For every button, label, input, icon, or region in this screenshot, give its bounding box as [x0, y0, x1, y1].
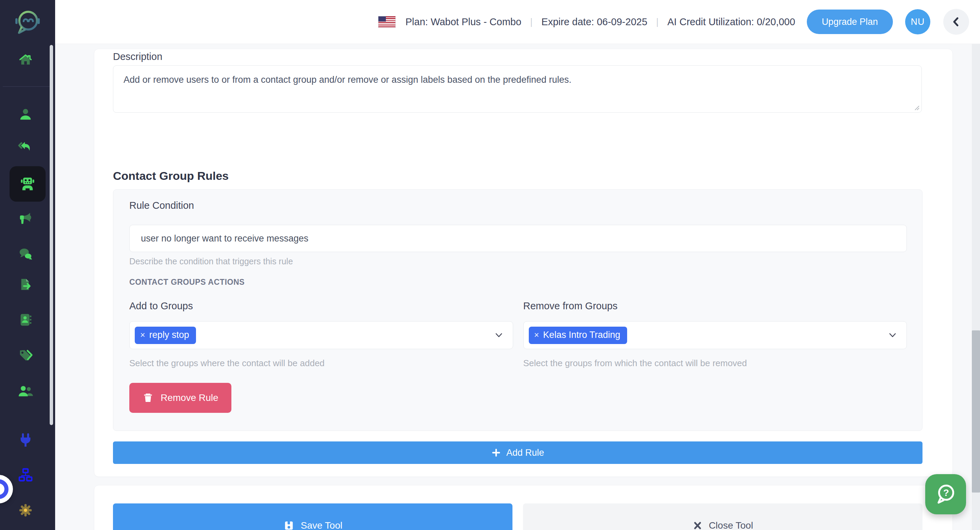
tool-form-card: Description Contact Group Rules Rule Con… — [94, 49, 953, 477]
conversations-icon — [18, 246, 33, 262]
remove-rule-label: Remove Rule — [161, 393, 218, 403]
floating-widget-ring — [0, 479, 8, 499]
trash-icon — [142, 392, 154, 404]
sidebar-item-labels[interactable] — [0, 340, 51, 371]
page-scrollbar-thumb[interactable] — [972, 330, 980, 493]
close-tool-button[interactable]: Close Tool — [523, 503, 923, 530]
save-tool-label: Save Tool — [301, 520, 342, 530]
header-separator: | — [656, 17, 659, 27]
description-textarea[interactable] — [113, 65, 922, 113]
section-title: Contact Group Rules — [113, 169, 229, 183]
sidebar-item-replies[interactable] — [0, 131, 51, 162]
add-rule-button[interactable]: Add Rule — [113, 441, 923, 464]
wabot-logo-icon — [13, 8, 42, 38]
chatbot-icon — [19, 175, 37, 193]
collapse-button[interactable] — [943, 9, 969, 35]
contact-icon — [18, 107, 33, 122]
remove-from-groups-label: Remove from Groups — [523, 300, 907, 312]
sidebar-scrollbar-thumb[interactable] — [50, 45, 53, 425]
add-rule-label: Add Rule — [506, 448, 544, 458]
reply-icon — [18, 139, 33, 155]
sidebar-item-integrations[interactable] — [0, 425, 51, 456]
expire-date-label: Expire date: 06-09-2025 — [541, 16, 647, 27]
tag-label: reply stop — [150, 330, 189, 340]
rule-condition-input[interactable] — [129, 225, 907, 252]
plan-label: Plan: Wabot Plus - Combo — [405, 16, 521, 27]
help-bubble-icon — [933, 482, 958, 507]
sidebar-item-contacts[interactable] — [0, 99, 51, 130]
sidebar-item-chatbot[interactable] — [10, 166, 46, 202]
chevron-down-icon — [888, 330, 898, 340]
save-icon — [283, 520, 295, 530]
app-logo[interactable] — [0, 4, 55, 42]
ai-credit-label: AI Credit Utilization: 0/20,000 — [667, 16, 795, 27]
add-to-groups-help: Select the groups where the contact will… — [129, 358, 513, 369]
groups-row: Add to Groups × reply stop Select the gr… — [129, 300, 907, 369]
sidebar-item-broadcast[interactable] — [0, 203, 51, 234]
sidebar-item-address-book[interactable] — [0, 305, 51, 335]
chevron-left-icon — [950, 16, 962, 28]
groups-icon — [18, 383, 33, 399]
integrations-icon — [18, 433, 33, 448]
add-to-groups-label: Add to Groups — [129, 300, 513, 312]
remove-from-groups-column: Remove from Groups × Kelas Intro Trading… — [523, 300, 907, 369]
close-tool-label: Close Tool — [709, 520, 753, 530]
broadcast-icon — [18, 211, 33, 226]
sidebar-item-export[interactable] — [0, 270, 51, 300]
close-icon — [692, 520, 703, 530]
add-to-groups-select[interactable]: × reply stop — [129, 321, 513, 349]
remove-from-groups-select[interactable]: × Kelas Intro Trading — [523, 321, 907, 349]
chevron-down-icon — [494, 330, 504, 340]
plus-icon — [492, 448, 501, 457]
rule-condition-label: Rule Condition — [129, 200, 194, 211]
footer-buttons-row: Save Tool Close Tool — [113, 503, 934, 530]
top-header: Plan: Wabot Plus - Combo | Expire date: … — [55, 0, 980, 44]
upgrade-plan-button[interactable]: Upgrade Plan — [807, 10, 893, 34]
app-window: Plan: Wabot Plus - Combo | Expire date: … — [0, 0, 980, 530]
page-scrollbar-track — [972, 44, 980, 530]
rule-card: Rule Condition Describe the condition th… — [113, 189, 923, 431]
home-icon — [18, 52, 33, 68]
footer-actions-card: Save Tool Close Tool — [94, 485, 953, 530]
selected-group-tag: × reply stop — [135, 327, 196, 344]
us-flag-icon — [378, 16, 396, 28]
settings-icon — [18, 503, 33, 518]
sidebar-divider — [3, 86, 50, 87]
sidebar-item-conversations[interactable] — [0, 239, 51, 270]
tag-label: Kelas Intro Trading — [543, 330, 620, 340]
save-tool-button[interactable]: Save Tool — [113, 503, 512, 530]
help-chat-widget[interactable] — [925, 474, 966, 514]
rule-condition-help: Describe the condition that triggers thi… — [129, 257, 293, 267]
address-book-icon — [18, 312, 33, 328]
tag-remove-icon[interactable]: × — [140, 330, 145, 340]
add-to-groups-column: Add to Groups × reply stop Select the gr… — [129, 300, 513, 369]
sidebar — [0, 0, 55, 530]
export-icon — [18, 277, 33, 292]
selected-group-tag: × Kelas Intro Trading — [529, 327, 627, 344]
header-separator: | — [530, 17, 533, 27]
main-content: Description Contact Group Rules Rule Con… — [55, 44, 980, 530]
user-avatar[interactable]: NU — [905, 9, 930, 34]
description-label: Description — [113, 51, 162, 62]
labels-icon — [18, 348, 33, 364]
remove-from-groups-help: Select the groups from which the contact… — [523, 358, 907, 369]
remove-rule-button[interactable]: Remove Rule — [129, 383, 231, 413]
workflow-icon — [18, 467, 33, 483]
contact-groups-actions-label: CONTACT GROUPS ACTIONS — [129, 278, 245, 287]
tag-remove-icon[interactable]: × — [534, 330, 539, 340]
sidebar-item-groups[interactable] — [0, 376, 51, 407]
sidebar-item-home[interactable] — [0, 45, 51, 75]
